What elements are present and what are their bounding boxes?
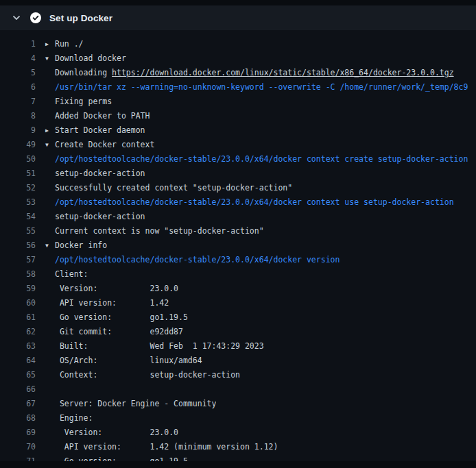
log-text: Current context is now "setup-docker-act…	[55, 224, 264, 238]
log-row: 64 OS/Arch: linux/amd64	[0, 354, 476, 368]
log-text: Go version: go1.19.5	[55, 310, 188, 325]
arrow-spacer	[45, 109, 55, 123]
line-content: ▼Create Docker context	[36, 138, 154, 152]
line-number[interactable]: 60	[0, 296, 36, 310]
command-text: /opt/hostedtoolcache/docker-stable/23.0.…	[55, 152, 468, 167]
log-row: 57/opt/hostedtoolcache/docker-stable/23.…	[0, 253, 476, 267]
arrow-spacer	[45, 354, 55, 368]
log-group-row[interactable]: 56▼Docker info	[0, 238, 476, 253]
log-text: API version: 1.42 (minimum version 1.12)	[55, 440, 278, 454]
step-title: Set up Docker	[49, 13, 112, 23]
line-number[interactable]: 67	[0, 397, 36, 411]
collapse-group-icon[interactable]: ▼	[45, 138, 55, 152]
log-group-row[interactable]: 1▶Run ./	[0, 37, 476, 51]
log-text: Start Docker daemon	[55, 123, 145, 138]
step-header[interactable]: Set up Docker	[0, 5, 476, 30]
line-number[interactable]: 52	[0, 181, 36, 195]
log-row: 60 API version: 1.42	[0, 296, 476, 310]
log-group-row[interactable]: 49▼Create Docker context	[0, 138, 476, 152]
log-row: 65 Context: setup-docker-action	[0, 368, 476, 382]
arrow-spacer	[45, 397, 55, 411]
log-text: Docker info	[55, 238, 107, 253]
line-number[interactable]: 64	[0, 354, 36, 368]
line-content: OS/Arch: linux/amd64	[36, 354, 202, 368]
line-content: setup-docker-action	[36, 167, 145, 181]
log-text: Go version: go1.19.5	[55, 454, 188, 461]
line-number[interactable]: 57	[0, 253, 36, 267]
log-text: Version: 23.0.0	[55, 282, 178, 296]
line-content: ▶Start Docker daemon	[36, 123, 145, 138]
line-number[interactable]: 4	[0, 51, 36, 66]
line-number[interactable]: 59	[0, 282, 36, 296]
line-content: Go version: go1.19.5	[36, 454, 188, 461]
log-row: 71 Go version: go1.19.5	[0, 454, 476, 461]
line-content: Server: Docker Engine - Community	[36, 397, 216, 411]
line-number[interactable]: 5	[0, 66, 36, 80]
log-row: 62 Git commit: e92dd87	[0, 325, 476, 339]
log-row: 8Added Docker to PATH	[0, 109, 476, 123]
arrow-spacer	[45, 66, 55, 80]
line-number[interactable]: 6	[0, 80, 36, 95]
line-content: /usr/bin/tar xz --warning=no-unknown-key…	[36, 80, 468, 95]
line-number[interactable]: 62	[0, 325, 36, 339]
line-content: Version: 23.0.0	[36, 426, 178, 440]
line-number[interactable]: 71	[0, 454, 36, 461]
line-number[interactable]: 61	[0, 310, 36, 325]
line-content: setup-docker-action	[36, 210, 145, 224]
line-content: ▶Run ./	[36, 37, 84, 51]
log-container: 1▶Run ./4▼Download docker5Downloading ht…	[0, 30, 476, 461]
line-number[interactable]: 8	[0, 109, 36, 123]
log-text: Version: 23.0.0	[55, 426, 178, 440]
log-group-row[interactable]: 9▶Start Docker daemon	[0, 123, 476, 138]
line-number[interactable]: 54	[0, 210, 36, 224]
log-row: 66	[0, 382, 476, 397]
line-number[interactable]: 9	[0, 123, 36, 138]
line-number[interactable]: 49	[0, 138, 36, 152]
line-number[interactable]: 65	[0, 368, 36, 382]
line-number[interactable]: 69	[0, 426, 36, 440]
line-content: Current context is now "setup-docker-act…	[36, 224, 264, 238]
log-row: 53/opt/hostedtoolcache/docker-stable/23.…	[0, 195, 476, 210]
log-row: 67 Server: Docker Engine - Community	[0, 397, 476, 411]
line-content: /opt/hostedtoolcache/docker-stable/23.0.…	[36, 253, 340, 267]
line-number[interactable]: 53	[0, 195, 36, 210]
log-text: Fixing perms	[55, 95, 112, 109]
log-row: 50/opt/hostedtoolcache/docker-stable/23.…	[0, 152, 476, 167]
line-number[interactable]: 1	[0, 37, 36, 51]
line-content: Built: Wed Feb 1 17:43:29 2023	[36, 339, 264, 354]
collapse-group-icon[interactable]: ▼	[45, 51, 55, 66]
log-text: OS/Arch: linux/amd64	[55, 354, 202, 368]
line-number[interactable]: 7	[0, 95, 36, 109]
line-number[interactable]: 50	[0, 152, 36, 167]
arrow-spacer	[45, 339, 55, 354]
arrow-spacer	[45, 195, 55, 210]
line-number[interactable]: 63	[0, 339, 36, 354]
line-number[interactable]: 70	[0, 440, 36, 454]
line-content: ▼Docker info	[36, 238, 107, 253]
arrow-spacer	[45, 382, 55, 397]
line-number[interactable]: 56	[0, 238, 36, 253]
line-content: Version: 23.0.0	[36, 282, 178, 296]
chevron-down-icon[interactable]	[11, 12, 22, 23]
arrow-spacer	[45, 181, 55, 195]
expand-group-icon[interactable]: ▶	[45, 37, 55, 51]
line-number[interactable]: 58	[0, 267, 36, 282]
log-group-row[interactable]: 4▼Download docker	[0, 51, 476, 66]
arrow-spacer	[45, 167, 55, 181]
expand-group-icon[interactable]: ▶	[45, 123, 55, 138]
line-number[interactable]: 68	[0, 411, 36, 426]
line-number[interactable]: 66	[0, 382, 36, 397]
arrow-spacer	[45, 440, 55, 454]
log-row: 68 Engine:	[0, 411, 476, 426]
line-content: Engine:	[36, 411, 93, 426]
log-text: setup-docker-action	[55, 210, 145, 224]
log-text: Git commit: e92dd87	[55, 325, 183, 339]
collapse-group-icon[interactable]: ▼	[45, 238, 55, 253]
line-number[interactable]: 55	[0, 224, 36, 238]
arrow-spacer	[45, 267, 55, 282]
arrow-spacer	[45, 411, 55, 426]
log-link[interactable]: https://download.docker.com/linux/static…	[112, 66, 454, 80]
arrow-spacer	[45, 210, 55, 224]
line-number[interactable]: 51	[0, 167, 36, 181]
line-content: API version: 1.42	[36, 296, 169, 310]
